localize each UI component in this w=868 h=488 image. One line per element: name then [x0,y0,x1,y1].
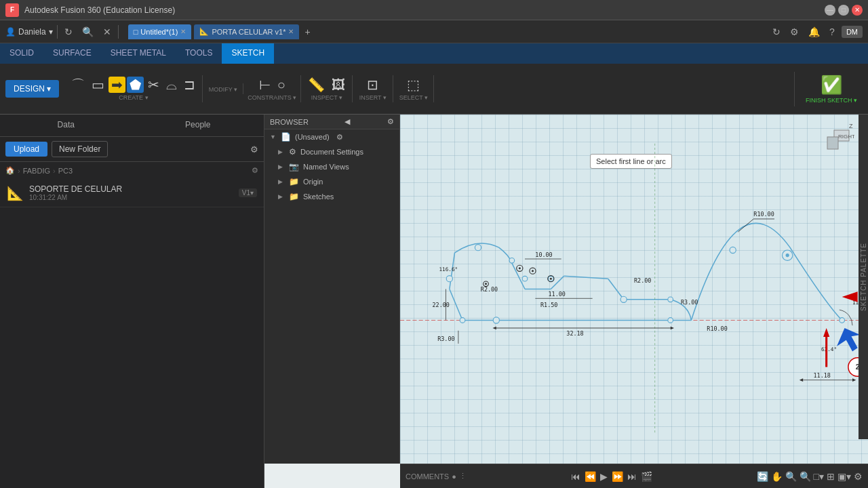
zoom-in-btn[interactable]: 🔍 [785,471,797,482]
panel-settings-button[interactable]: ⚙ [250,144,258,155]
new-folder-button[interactable]: New Folder [52,141,108,157]
breadcrumb-fabdig[interactable]: FABDIG [23,167,50,175]
finish-sketch-button[interactable]: ✅ FINISH SKETCH ▾ [800,72,863,106]
item-icon-named-views: 📷 [289,162,299,171]
item-icon-sketches: 📁 [289,192,299,201]
constraint-tool-2-btn[interactable]: ○ [275,77,288,93]
refresh-button[interactable]: ↻ [62,25,75,39]
settings-icon-unsaved[interactable]: ⚙ [336,133,343,142]
svg-text:R2.00: R2.00 [481,286,498,293]
scissors-tool-btn[interactable]: ✂ [145,77,162,93]
canvas-settings-btn[interactable]: ⚙ [854,471,863,482]
view-options-btn[interactable]: □▾ [814,471,824,482]
file-item-soporte[interactable]: 📐 SOPORTE DE CELULAR 10:31:22 AM V1▾ [0,179,264,207]
maximize-button[interactable]: □ [838,5,849,16]
browser-collapse-icon[interactable]: ◀ [344,117,350,126]
tab-untitled-close[interactable]: ✕ [180,28,186,35]
browser-item-named-views[interactable]: ▶ 📷 Named Views [264,159,399,174]
grid-btn[interactable]: ⊞ [827,471,835,482]
tab-untitled-icon: □ [134,28,138,36]
breadcrumb-pc3[interactable]: PC3 [58,167,73,175]
arc-tool-btn[interactable]: ⌒ [68,77,87,93]
left-panel: Data People Upload New Folder ⚙ 🏠 › FABD… [0,115,264,488]
svg-point-32 [550,278,552,280]
play-end-button[interactable]: ⏭ [627,471,637,482]
comments-settings[interactable]: ⋮ [459,472,467,481]
constraint-tool-1-btn[interactable]: ⊢ [256,77,273,93]
panel-tabs: Data People [0,115,264,137]
svg-point-17 [475,245,481,251]
tab-sketch[interactable]: SKETCH [222,43,274,64]
svg-rect-70 [827,137,838,149]
tab-solid[interactable]: SOLID [0,43,43,64]
timeline-icon[interactable]: 🎬 [641,471,652,482]
refresh-icon-btn[interactable]: ↻ [770,25,783,39]
rect-tool-btn[interactable]: ▭ [89,77,107,93]
breadcrumb-home-icon[interactable]: 🏠 [5,166,15,175]
browser-settings-icon[interactable]: ⚙ [387,117,394,126]
profile-badge[interactable]: DM [842,26,863,38]
upload-button[interactable]: Upload [5,142,47,157]
tab-porta[interactable]: 📐 PORTA CELULAR v1* ✕ [194,24,299,39]
toolbar-divider-2 [118,25,119,39]
zoom-out-btn[interactable]: 🔍 [800,471,811,482]
tab-surface[interactable]: SURFACE [43,43,101,64]
file-version: V1▾ [239,188,257,197]
finish-sketch-label: FINISH SKETCH ▾ [806,97,857,104]
play-prev-button[interactable]: ⏪ [585,471,596,482]
comments-icon: ● [452,472,456,481]
play-start-button[interactable]: ⏮ [571,471,580,482]
browser-item-sketches[interactable]: ▶ 📁 Sketches [264,189,399,204]
line-tool-btn[interactable]: ⊐ [181,77,198,93]
svg-point-12 [620,296,627,302]
play-button[interactable]: ▶ [600,471,608,482]
svg-text:11.18: 11.18 [814,372,831,379]
help-icon-btn[interactable]: ? [827,25,837,39]
toolbar-close-button[interactable]: ✕ [100,25,114,39]
curve-tool-btn[interactable]: ⌓ [163,77,180,93]
minimize-button[interactable]: — [825,5,835,16]
svg-text:R2.00: R2.00 [634,277,651,284]
search-button[interactable]: 🔍 [79,25,96,39]
tab-sheet-metal[interactable]: SHEET METAL [101,43,176,64]
ribbon: DESIGN ▾ ⌒ ▭ ➡ [0,64,868,115]
browser-item-origin[interactable]: ▶ 📁 Origin [264,174,399,189]
view-cube[interactable]: Z RIGHT [821,120,854,154]
pan-view-btn[interactable]: ✋ [771,471,783,482]
insert-tool-btn[interactable]: ⊡ [364,77,381,93]
svg-text:R3.00: R3.00 [437,336,454,342]
breadcrumb-settings-icon[interactable]: ⚙ [252,166,258,175]
tab-untitled[interactable]: □ Untitled*(1) ✕ [128,24,192,39]
design-button[interactable]: DESIGN ▾ [5,80,59,98]
title-bar: F Autodesk Fusion 360 (Education License… [0,0,868,20]
file-name: SOPORTE DE CELULAR [29,184,233,194]
close-button[interactable]: ✕ [852,5,863,16]
browser-item-doc-settings[interactable]: ▶ ⚙ Document Settings [264,144,399,159]
user-menu[interactable]: 👤 Daniela ▾ [5,27,53,37]
add-tab-button[interactable]: + [302,25,313,39]
image-tool-btn[interactable]: 🖼 [329,77,348,93]
sketch-canvas[interactable]: Select first line or arc [400,115,868,464]
shape-tool-btn[interactable]: ⬟ [127,77,144,93]
tab-porta-close[interactable]: ✕ [288,28,294,35]
arrow-tool-btn[interactable]: ➡ [108,77,125,93]
bell-icon-btn[interactable]: 🔔 [806,25,823,39]
sketch-palette-panel[interactable]: SKETCH PALETTE [859,115,868,439]
svg-text:RIGHT: RIGHT [838,134,854,140]
select-tool-btn[interactable]: ⬚ [404,77,422,93]
display-btn[interactable]: ▣▾ [837,471,851,482]
browser-item-unsaved[interactable]: ▼ 📄 (Unsaved) ⚙ [264,129,399,144]
play-next-button[interactable]: ⏩ [612,471,623,482]
data-tab[interactable]: Data [0,115,132,136]
measure-tool-btn[interactable]: 📏 [305,77,328,93]
ribbon-group-select: ⬚ SELECT ▾ [393,75,434,102]
orbit-view-btn[interactable]: 🔄 [757,471,768,482]
people-tab[interactable]: People [132,115,264,136]
svg-point-23 [786,253,789,257]
svg-text:11.00: 11.00 [549,291,566,298]
svg-line-25 [738,219,753,232]
svg-point-11 [460,318,465,323]
svg-marker-58 [823,328,829,337]
settings-icon-btn[interactable]: ⚙ [787,25,802,39]
tab-tools[interactable]: TOOLS [176,43,222,64]
